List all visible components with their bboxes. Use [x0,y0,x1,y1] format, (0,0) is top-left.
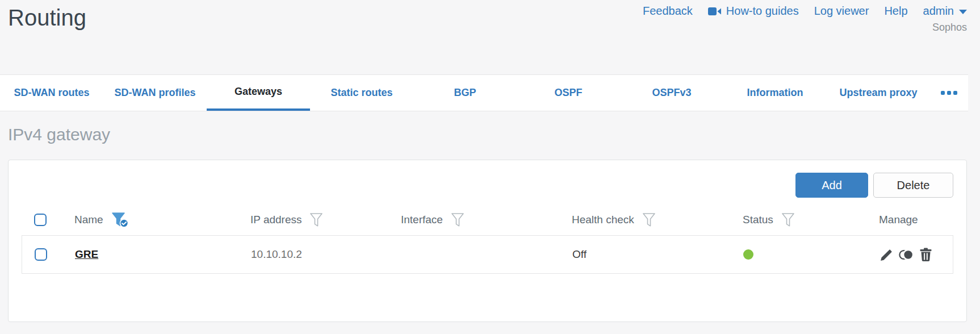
select-all-checkbox[interactable] [34,214,47,226]
filter-icon[interactable] [310,213,323,227]
tab-bgp[interactable]: BGP [413,75,517,111]
tabs-overflow-button[interactable] [930,75,968,111]
ellipsis-icon [941,91,945,95]
top-header: Routing Feedback How-to guides Log viewe… [0,0,980,74]
tab-information[interactable]: Information [723,75,827,111]
gateway-name-link[interactable]: GRE [75,248,98,260]
gateway-status-cell [743,249,880,260]
gateway-health-cell: Off [572,248,743,261]
gateways-content: IPv4 gateway Add Delete Name [0,125,980,322]
column-header-health-check: Health check [572,213,743,227]
caret-down-icon [959,10,967,14]
brand-label: Sophos [932,22,967,34]
section-heading: IPv4 gateway [8,125,980,144]
help-link-label: Help [884,5,907,18]
tab-ospfv3[interactable]: OSPFv3 [620,75,723,111]
tab-sdwan-profiles[interactable]: SD-WAN profiles [103,75,207,111]
table-toolbar: Add Delete [22,173,953,198]
routing-tabbar: SD-WAN routes SD-WAN profiles Gateways S… [0,74,968,111]
tab-ospf[interactable]: OSPF [517,75,620,111]
user-menu-label: admin [923,5,954,18]
gateway-manage-cell [880,248,953,262]
add-button[interactable]: Add [795,173,868,198]
help-link[interactable]: Help [884,5,907,18]
edit-pencil-icon[interactable] [880,248,894,262]
filter-icon[interactable] [782,213,794,227]
column-header-interface: Interface [401,213,572,227]
filter-active-icon[interactable] [112,212,129,228]
howto-guides-label: How-to guides [726,5,799,18]
header-checkbox-cell [22,214,74,226]
filter-icon[interactable] [451,213,464,227]
tab-static-routes[interactable]: Static routes [310,75,413,111]
howto-guides-link[interactable]: How-to guides [708,5,799,18]
row-checkbox-cell [22,248,75,261]
tab-gateways[interactable]: Gateways [207,75,310,111]
page-title: Routing [8,5,86,31]
gateway-name-cell: GRE [75,248,251,261]
video-camera-icon [708,7,721,16]
delete-trash-icon[interactable] [919,248,932,262]
column-header-status: Status [743,213,879,227]
table-row: GRE 10.10.10.2 Off [22,235,953,274]
user-menu[interactable]: admin [923,5,967,18]
delete-button[interactable]: Delete [873,173,953,198]
ipv4-gateway-card: Add Delete Name IP address [8,160,967,322]
column-header-ip: IP address [250,213,401,227]
tab-sdwan-routes[interactable]: SD-WAN routes [0,75,103,111]
row-checkbox[interactable] [35,248,47,261]
table-header-row: Name IP address Interface [22,204,953,235]
clone-icon[interactable] [898,248,915,262]
column-header-manage: Manage [879,214,953,226]
filter-icon[interactable] [643,213,655,227]
header-links: Feedback How-to guides Log viewer Help a… [643,5,967,18]
header-right: Feedback How-to guides Log viewer Help a… [643,5,967,34]
feedback-link-label: Feedback [643,5,693,18]
log-viewer-label: Log viewer [814,5,869,18]
column-header-name: Name [74,212,250,228]
log-viewer-link[interactable]: Log viewer [814,5,869,18]
status-up-indicator [743,249,753,260]
feedback-link[interactable]: Feedback [643,5,693,18]
gateway-ip-cell: 10.10.10.2 [251,248,401,261]
tab-upstream-proxy[interactable]: Upstream proxy [827,75,930,111]
